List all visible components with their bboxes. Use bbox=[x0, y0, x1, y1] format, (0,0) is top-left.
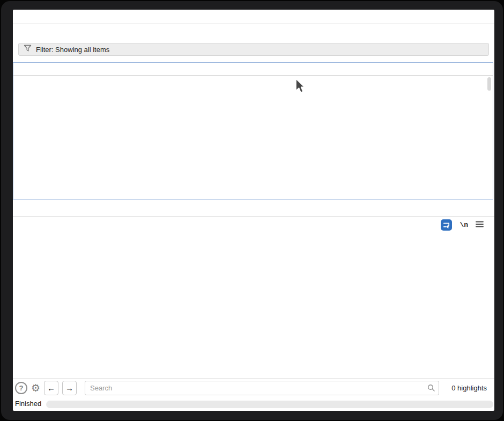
help-icon[interactable]: ? bbox=[15, 382, 27, 394]
highlights-count: 0 highlights bbox=[451, 384, 487, 392]
word-wrap-icon[interactable] bbox=[441, 219, 452, 231]
filter-label: Filter: Showing all items bbox=[36, 46, 109, 54]
results-table bbox=[13, 62, 493, 200]
settings-gear-icon[interactable]: ⚙ bbox=[31, 383, 40, 393]
intruder-attack-window: Filter: Showing all items \n ? ⚙ ← bbox=[13, 10, 494, 411]
editor-toolbar: \n bbox=[441, 219, 494, 231]
filter-bar[interactable]: Filter: Showing all items bbox=[18, 43, 489, 56]
response-editor[interactable] bbox=[13, 233, 494, 378]
results-table-header bbox=[13, 63, 493, 76]
search-bar: ? ⚙ ← → 0 highlights bbox=[13, 378, 494, 397]
filter-icon bbox=[24, 45, 32, 54]
search-input[interactable] bbox=[85, 381, 439, 395]
search-icon bbox=[427, 384, 435, 394]
status-label: Finished bbox=[15, 400, 41, 408]
menu-bar bbox=[13, 10, 494, 24]
newline-toggle-icon[interactable]: \n bbox=[459, 221, 468, 229]
editor-tab-bar: \n bbox=[13, 217, 494, 232]
search-next-button[interactable]: → bbox=[62, 381, 77, 395]
message-tab-bar bbox=[13, 201, 494, 217]
status-bar: Finished bbox=[13, 397, 494, 411]
progress-bar bbox=[46, 401, 493, 408]
search-prev-button[interactable]: ← bbox=[44, 381, 58, 395]
main-tab-bar bbox=[13, 25, 494, 40]
table-scrollbar-thumb[interactable] bbox=[487, 77, 491, 91]
editor-menu-icon[interactable] bbox=[476, 220, 484, 230]
